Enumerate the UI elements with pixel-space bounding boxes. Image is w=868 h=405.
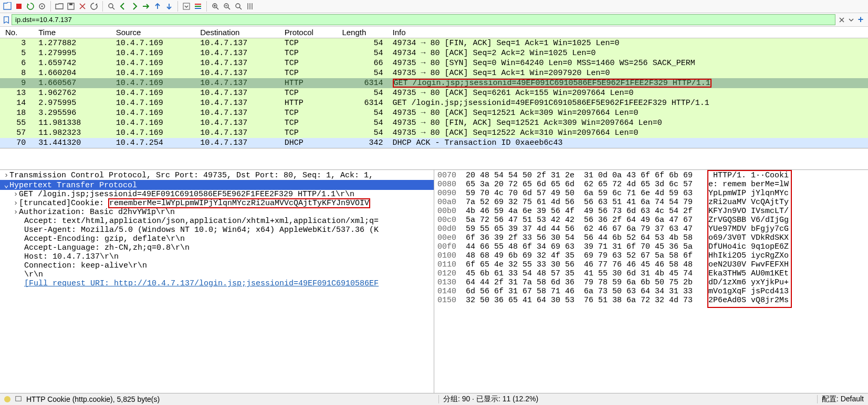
packet-row[interactable]: 31.27788210.4.7.16910.4.7.137TCP5449734 … <box>0 38 868 49</box>
column-header-source[interactable]: Source <box>111 27 195 38</box>
start-capture-button[interactable] <box>2 1 13 12</box>
stop-capture-button[interactable] <box>14 1 24 12</box>
packet-row[interactable]: 91.66056710.4.7.16910.4.7.137HTTP6314GET… <box>0 78 868 88</box>
packet-row[interactable]: 81.66020410.4.7.16910.4.7.137TCP5449735 … <box>0 68 868 78</box>
hex-ascii: DfUHo4ic <box>708 242 751 251</box>
packet-bytes-pane[interactable]: 007020 48 54 54 50 2f 31 2e31 0d 0a 43 6… <box>434 170 868 393</box>
column-header-time[interactable]: Time <box>33 27 110 38</box>
save-file-button[interactable] <box>66 1 76 12</box>
hex-ascii: berMe=lW <box>751 180 789 189</box>
hex-row[interactable]: 00a07a 52 69 32 75 61 4d 5656 63 51 41 6… <box>434 198 868 207</box>
filter-trailing-controls: + <box>836 16 866 24</box>
column-header-protocol[interactable]: Protocol <box>279 27 337 38</box>
tree-http-accenc[interactable]: Accept-Encoding: gzip, deflate\r\n <box>0 235 434 243</box>
hex-row[interactable]: 00d059 55 65 39 37 4d 44 5662 46 67 6a 7… <box>434 225 868 233</box>
go-forward-button[interactable] <box>129 1 140 12</box>
status-bar: HTTP Cookie (http.cookie), 5,825 byte(s)… <box>0 393 868 405</box>
display-filter-input[interactable] <box>12 14 835 25</box>
tree-http-cookie[interactable]: ›[truncated]Cookie: rememberMe=lWYpLpmWI… <box>0 199 434 208</box>
open-file-button[interactable] <box>54 1 65 12</box>
restart-capture-button[interactable] <box>25 1 36 12</box>
hex-row[interactable]: 00f044 66 55 48 6f 34 69 6339 71 31 6f 7… <box>434 242 868 251</box>
packet-row[interactable]: 5511.98133810.4.7.16910.4.7.137TCP544973… <box>0 118 868 128</box>
hex-row[interactable]: 008065 3a 20 72 65 6d 65 6d62 65 72 4d 6… <box>434 180 868 189</box>
packet-row[interactable]: 7031.44132010.4.7.25410.4.7.137DHCP342DH… <box>0 138 868 148</box>
tree-http-acclang[interactable]: Accept-Language: zh-CN,zh;q=0.8\r\n <box>0 243 434 252</box>
hex-row[interactable]: 012045 6b 61 33 54 48 57 3541 55 30 6d 3… <box>434 269 868 278</box>
packet-list-table[interactable]: No.TimeSourceDestinationProtocolLengthIn… <box>0 27 868 148</box>
cookie-highlight: rememberMe=lWYpLpmWIPjYlqnMYczRi2uaMVVcQ… <box>109 199 370 208</box>
reload-button[interactable] <box>89 1 99 12</box>
hex-ascii: 2P6eAd0S <box>708 296 751 305</box>
hex-row[interactable]: 01106f 65 4e 32 55 33 30 5646 77 76 46 4… <box>434 260 868 269</box>
hex-ascii: o69/3V0T <box>708 233 751 242</box>
clear-filter-icon[interactable] <box>838 16 846 24</box>
filter-dropdown-icon[interactable] <box>847 16 855 24</box>
hex-ascii: VDkRdSKX <box>751 233 789 242</box>
column-header-no[interactable]: No. <box>0 27 33 38</box>
svg-point-12 <box>236 4 240 8</box>
zoom-in-button[interactable] <box>210 1 221 12</box>
tree-http-get[interactable]: ›GET /login.jsp;jsessionid=49EF091C69105… <box>0 190 434 199</box>
hex-row[interactable]: 009059 70 4c 70 6d 57 49 506a 59 6c 71 6… <box>434 189 868 198</box>
column-header-info[interactable]: Info <box>388 27 868 38</box>
packet-row[interactable]: 51.27999510.4.7.16910.4.7.137TCP5449734 … <box>0 48 868 58</box>
packet-row[interactable]: 142.97599510.4.7.16910.4.7.137HTTP6314GE… <box>0 98 868 108</box>
tree-http[interactable]: ⌄Hypertext Transfer Protocol <box>0 180 434 190</box>
packet-list-pane[interactable]: No.TimeSourceDestinationProtocolLengthIn… <box>0 27 868 148</box>
tree-http-crlf[interactable]: \r\n <box>0 270 434 279</box>
packet-row[interactable]: 183.29559610.4.7.16910.4.7.137TCP5449735… <box>0 108 868 118</box>
status-profile[interactable]: 配置: Default <box>822 395 864 404</box>
hex-row[interactable]: 01406d 56 6f 31 67 58 71 466a 73 50 63 6… <box>434 287 868 296</box>
info-highlight: GET /login.jsp;jsessionid=49EF091C691058… <box>393 79 712 88</box>
main-toolbar <box>0 0 868 13</box>
tree-http-fulluri[interactable]: [Full request URI: http://10.4.7.137/log… <box>0 279 434 288</box>
find-packet-button[interactable] <box>106 1 117 12</box>
packet-row[interactable]: 131.96276210.4.7.16910.4.7.137TCP5449735… <box>0 88 868 98</box>
packet-row[interactable]: 61.65974210.4.7.16910.4.7.137TCP6649735 … <box>0 58 868 68</box>
colorize-button[interactable] <box>193 1 203 12</box>
hex-row[interactable]: 00e06f 36 39 2f 33 56 30 5456 44 6b 52 6… <box>434 233 868 242</box>
tree-http-accept[interactable]: Accept: text/html,application/json,appli… <box>0 217 434 226</box>
hex-row[interactable]: 00c05a 72 56 47 51 53 42 4256 36 2f 64 4… <box>434 216 868 225</box>
hex-ascii: jsPcd413 <box>751 287 789 296</box>
column-header-destination[interactable]: Destination <box>195 27 279 38</box>
hex-ascii: iycRgZXo <box>751 251 789 260</box>
tree-http-conn[interactable]: Connection: keep-alive\r\n <box>0 261 434 270</box>
close-file-button[interactable] <box>77 1 88 12</box>
hex-ascii: jYlqnMYc <box>751 189 789 198</box>
hex-ascii: VcQAjtTy <box>751 198 789 207</box>
svg-rect-8 <box>195 6 201 7</box>
tree-http-auth[interactable]: ›Authorization: Basic d2hvYW1p\r\n <box>0 208 434 217</box>
capture-options-button[interactable] <box>37 1 47 12</box>
column-header-length[interactable]: Length <box>337 27 387 38</box>
hex-ascii: HhIki2O5 <box>708 251 751 260</box>
hex-row[interactable]: 007020 48 54 54 50 2f 31 2e31 0d 0a 43 6… <box>434 171 868 180</box>
tree-http-ua[interactable]: User-Agent: Mozilla/5.0 (Windows NT 10.0… <box>0 226 434 235</box>
hex-row[interactable]: 00b04b 46 59 4a 6e 39 56 4f49 56 73 6d 6… <box>434 207 868 216</box>
hex-row[interactable]: 015032 50 36 65 41 64 30 5376 51 38 6a 7… <box>434 296 868 305</box>
capture-file-icon[interactable] <box>15 395 22 404</box>
hex-ascii: vQ8jr2Ms <box>751 296 789 305</box>
tree-tcp[interactable]: ›Transmission Control Protocol, Src Port… <box>0 171 434 180</box>
jump-to-button[interactable] <box>141 1 151 12</box>
add-filter-button[interactable]: + <box>856 16 865 24</box>
bookmark-filter-icon[interactable] <box>2 16 11 24</box>
hex-row[interactable]: 010048 68 49 6b 69 32 4f 3569 79 63 52 6… <box>434 251 868 260</box>
hex-row[interactable]: 013064 44 2f 31 7a 58 6d 3679 78 59 6a 6… <box>434 278 868 287</box>
go-back-button[interactable] <box>118 1 128 12</box>
zoom-reset-button[interactable] <box>233 1 244 12</box>
status-left: HTTP Cookie (http.cookie), 5,825 byte(s) <box>26 395 160 403</box>
hex-ascii: FwvFEFXH <box>751 260 789 269</box>
display-filter-bar: + <box>0 13 868 27</box>
expert-info-icon[interactable] <box>4 396 11 402</box>
tree-http-host[interactable]: Host: 10.4.7.137\r\n <box>0 252 434 261</box>
autoscroll-button[interactable] <box>181 1 192 12</box>
go-first-button[interactable] <box>152 1 163 12</box>
go-last-button[interactable] <box>164 1 174 12</box>
packet-details-pane[interactable]: ›Transmission Control Protocol, Src Port… <box>0 170 434 393</box>
packet-row[interactable]: 5711.98232310.4.7.16910.4.7.137TCP544973… <box>0 128 868 138</box>
hex-ascii: Eka3THW5 <box>708 269 751 278</box>
resize-columns-button[interactable] <box>245 1 255 12</box>
zoom-out-button[interactable] <box>222 1 232 12</box>
